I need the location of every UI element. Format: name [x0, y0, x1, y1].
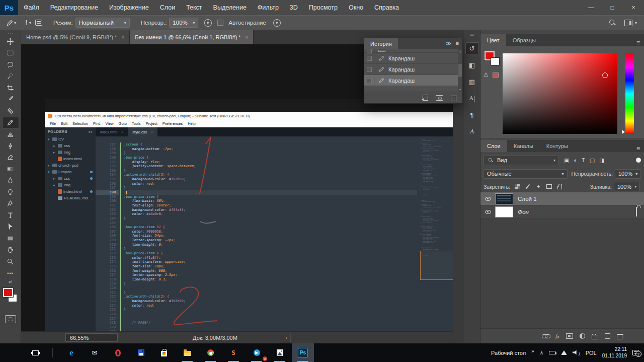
- sublime-tab-style.css[interactable]: style.css×: [128, 127, 157, 136]
- ps-menu-item-Редактирование[interactable]: Редактирование: [45, 0, 104, 15]
- ps-menu-item-Текст[interactable]: Текст: [181, 0, 207, 15]
- zoom-level-field[interactable]: 66,55%: [65, 333, 118, 342]
- ps-menu-item-Фильтр[interactable]: Фильтр: [252, 0, 284, 15]
- lock-all-icon[interactable]: [556, 183, 563, 190]
- taskbar-sublime-icon[interactable]: S: [222, 343, 245, 362]
- type-tool[interactable]: [2, 209, 19, 221]
- expand-panels-icon[interactable]: ««: [464, 30, 480, 38]
- background-color-well[interactable]: [491, 57, 500, 65]
- history-brush-tool[interactable]: [2, 140, 19, 152]
- volume-icon[interactable]: ): [573, 350, 580, 356]
- blur-tool[interactable]: [2, 175, 19, 186]
- workspace-chevron-icon[interactable]: ▾: [635, 21, 637, 25]
- taskbar-mail-icon[interactable]: ✉: [84, 343, 106, 362]
- code-line-213[interactable]: color:#41a3ff;: [124, 256, 417, 260]
- code-line-200[interactable]: flex-basis: 30%;: [124, 199, 417, 203]
- sublime-menu-item-project[interactable]: Project: [143, 121, 159, 126]
- tool-preset-pencil-icon[interactable]: [5, 18, 14, 27]
- mode-select[interactable]: Нормальный▾: [75, 18, 130, 28]
- pressure-size-icon[interactable]: [273, 18, 282, 27]
- sublime-menu-item-tools[interactable]: Tools: [129, 121, 143, 126]
- blend-mode-select[interactable]: Обычные▾: [484, 169, 568, 179]
- brush-chevron-icon[interactable]: ▾: [29, 21, 31, 25]
- sublime-menu-item-view[interactable]: View: [103, 121, 116, 126]
- edit-toolbar-icon[interactable]: •••: [2, 267, 19, 279]
- code-line-191[interactable]: display: flex;: [124, 160, 417, 165]
- color-picker-ring[interactable]: [602, 73, 608, 78]
- tab-paths[interactable]: Контуры: [540, 140, 575, 152]
- document-size-field[interactable]: Док: 3,00M/3,00M›: [140, 333, 291, 342]
- fill-select[interactable]: 100%▾: [614, 182, 640, 191]
- sublime-menu-item-goto[interactable]: Goto: [116, 121, 129, 126]
- document-tab-1[interactable]: Без имени-1 @ 66,6% (Слой 1, RGB/8#) *×: [130, 30, 254, 44]
- taskbar-opera-icon[interactable]: [107, 343, 129, 362]
- tab-layers[interactable]: Слои: [480, 140, 507, 152]
- status-chevron-icon[interactable]: ›: [286, 335, 287, 340]
- code-line-201[interactable]: text-align: center;: [124, 203, 417, 208]
- gamut-warning-icon[interactable]: ⚠: [484, 71, 489, 78]
- tab-close-icon[interactable]: ×: [246, 35, 249, 40]
- filter-pixel-layers-icon[interactable]: ▣: [564, 157, 569, 164]
- opacity-select[interactable]: 100%▾: [169, 18, 198, 28]
- code-line-208[interactable]: font-size: 54px;: [124, 234, 417, 238]
- battery-icon[interactable]: [549, 351, 555, 354]
- code-line-192[interactable]: justify-content: space-between;: [124, 164, 417, 169]
- history-entry-1[interactable]: Карандаш: [364, 64, 462, 75]
- ps-menu-item-Изображение[interactable]: Изображение: [104, 0, 154, 15]
- history-source-checkbox[interactable]: [364, 75, 374, 86]
- hue-slider[interactable]: [625, 53, 634, 134]
- code-line-188[interactable]: margin-bottom: -7px;: [124, 147, 417, 152]
- history-entry-partial[interactable]: [364, 49, 462, 53]
- tab-swatches[interactable]: Образцы: [506, 34, 542, 46]
- saturation-brightness-field[interactable]: [503, 53, 617, 134]
- dock-character-icon[interactable]: A|: [465, 92, 479, 104]
- new-doc-from-state-icon[interactable]: [423, 95, 428, 101]
- wifi-icon[interactable]: [561, 350, 567, 355]
- tab-close-icon[interactable]: ×: [151, 130, 153, 134]
- filter-toggle[interactable]: [636, 158, 641, 163]
- adjustment-layer-icon[interactable]: [580, 333, 585, 339]
- hue-slider-marker[interactable]: [622, 130, 625, 134]
- tree-item-README.md[interactable]: README.md: [45, 195, 96, 201]
- tree-item-Limpon[interactable]: ▾Limpon: [45, 169, 96, 175]
- sublime-menu-item-preferences[interactable]: Preferences: [160, 121, 185, 126]
- minimize-icon[interactable]: —: [581, 0, 602, 15]
- code-line-221[interactable]: }: [124, 291, 417, 295]
- taskbar-start-icon[interactable]: [2, 343, 24, 362]
- code-line-225[interactable]: }: [124, 308, 417, 312]
- layer-visibility-eye-icon[interactable]: [485, 197, 491, 201]
- ps-menu-item-Окно[interactable]: Окно: [343, 0, 369, 15]
- history-source-checkbox[interactable]: [364, 64, 374, 75]
- dock-properties-icon[interactable]: ◧: [465, 59, 479, 71]
- code-line-194[interactable]: .active:nth-child(2) {: [124, 173, 417, 177]
- history-source-checkbox[interactable]: [364, 53, 374, 63]
- code-line-190[interactable]: .box-price {: [124, 156, 417, 160]
- tree-item-img[interactable]: ▸img: [45, 182, 96, 188]
- brush-panel-icon[interactable]: [34, 18, 43, 27]
- filter-shape-layers-icon[interactable]: ▢: [590, 157, 595, 164]
- code-line-224[interactable]: color: red;: [124, 304, 417, 308]
- code-line-215[interactable]: font-size: 10px;: [124, 264, 417, 269]
- desktop-toolbar-label[interactable]: Рабочий стол: [491, 350, 526, 356]
- taskbar-explorer-icon[interactable]: [176, 343, 198, 362]
- stamp-tool[interactable]: [2, 128, 19, 140]
- panel-menu-icon[interactable]: ≡: [456, 40, 459, 47]
- brush-size-preview[interactable]: 1: [25, 20, 28, 26]
- sublime-menu-item-file[interactable]: File: [47, 121, 58, 126]
- foreground-color-swatch[interactable]: [3, 288, 13, 297]
- sublime-editor[interactable]: 1871881891901911921931941951961971981992…: [96, 136, 472, 334]
- code-line-199[interactable]: .box-price-item {: [124, 195, 417, 199]
- sublime-menu-item-edit[interactable]: Edit: [58, 121, 70, 126]
- add-mask-icon[interactable]: [566, 333, 573, 339]
- layer-name[interactable]: Фон: [518, 209, 529, 215]
- pencil-tool[interactable]: [2, 117, 19, 128]
- filter-type-layers-icon[interactable]: T: [582, 157, 585, 164]
- code-line-219[interactable]: }: [124, 282, 417, 286]
- code-line-222[interactable]: .active:nth-child(2) {: [124, 295, 417, 299]
- action-center-icon[interactable]: 2: [632, 350, 639, 355]
- code-line-223[interactable]: background-color: #192b59;: [124, 299, 417, 304]
- eyedropper-tool[interactable]: [2, 94, 19, 105]
- ps-menu-item-Слои[interactable]: Слои: [154, 0, 181, 15]
- code-line-206[interactable]: .box-price-item h2 {: [124, 225, 417, 230]
- show-hidden-icons-icon[interactable]: ∧: [540, 350, 543, 355]
